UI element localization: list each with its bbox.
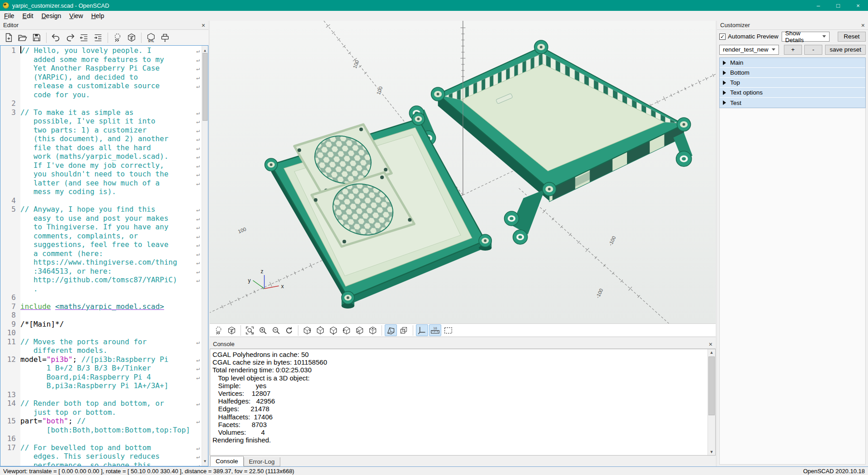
view-left-button[interactable] xyxy=(340,324,353,336)
code-row[interactable]: different models. xyxy=(0,346,202,355)
code-row[interactable]: 8 xyxy=(0,311,202,320)
editor-header[interactable]: Editor × xyxy=(0,21,208,30)
group-text-options[interactable]: Text options xyxy=(720,88,865,98)
code-row[interactable]: B,pi3a:Raspberry Pi 1A+/3A+] xyxy=(0,381,202,390)
code-row[interactable]: 2 xyxy=(0,99,202,108)
titlebar[interactable]: yarpic_customizer.scad - OpenSCAD – □ × xyxy=(0,0,868,11)
scroll-down-icon[interactable]: ▼ xyxy=(708,450,715,454)
preview-button[interactable] xyxy=(212,324,225,336)
code-row[interactable]: comments, complaints, or↵ xyxy=(0,232,202,241)
code-row[interactable]: 1 B+/2 B/3 B/3 B+/Tinker↵ xyxy=(0,364,202,373)
code-row[interactable]: performance, so change this↵ xyxy=(0,461,202,467)
tab-console[interactable]: Console xyxy=(210,456,244,466)
remove-preset-button[interactable]: - xyxy=(804,45,822,55)
preview-button[interactable] xyxy=(111,31,124,44)
scroll-down-icon[interactable]: ▼ xyxy=(202,457,208,466)
view-right-button[interactable] xyxy=(301,324,313,336)
group-bottom[interactable]: Bottom xyxy=(720,68,865,78)
code-row[interactable]: 11// Moves the ports around for↵ xyxy=(0,337,202,347)
code-row[interactable]: 3// To make it as simple as↵ xyxy=(0,108,202,117)
expand-triangle-icon[interactable] xyxy=(723,71,726,75)
customizer-close-icon[interactable]: × xyxy=(861,22,865,28)
code-row[interactable]: possible, I've split it into↵ xyxy=(0,117,202,126)
code-row[interactable]: release a customizable source↵ xyxy=(0,81,202,90)
code-editor[interactable]: 1// Hello, you lovely people. I↵ added s… xyxy=(0,45,208,466)
editor-scroll-thumb[interactable] xyxy=(203,53,208,121)
render-button[interactable] xyxy=(125,31,138,44)
expand-triangle-icon[interactable] xyxy=(723,100,726,105)
view-front-button[interactable] xyxy=(354,324,366,336)
code-row[interactable]: :3464513, or here:↵ xyxy=(0,267,202,276)
new-file-button[interactable] xyxy=(2,31,15,44)
close-button[interactable]: × xyxy=(848,0,868,11)
menu-view[interactable]: View xyxy=(65,11,87,21)
code-row[interactable]: just top or bottom. xyxy=(0,408,202,417)
code-row[interactable]: mess my coding is). xyxy=(0,187,202,196)
customizer-header[interactable]: Customizer × xyxy=(717,21,868,30)
menu-file[interactable]: File xyxy=(0,11,19,21)
model-bottom-plate[interactable] xyxy=(265,106,492,309)
view-all-button[interactable] xyxy=(442,324,454,336)
code-row[interactable]: 5// Anyway, I hope you find this↵ xyxy=(0,205,202,214)
3d-viewport[interactable]: 100100100-100-100 z x y xyxy=(210,21,716,323)
save-file-button[interactable] xyxy=(30,31,43,44)
expand-triangle-icon[interactable] xyxy=(723,90,726,95)
minimize-button[interactable]: – xyxy=(808,0,828,11)
automatic-preview-checkbox[interactable]: ✓ xyxy=(719,33,726,40)
code-row[interactable]: a comment (here:↵ xyxy=(0,249,202,258)
code-row[interactable]: 1// Hello, you lovely people. I↵ xyxy=(0,46,202,55)
code-row[interactable]: 13 xyxy=(0,390,202,399)
code-row[interactable]: (this document), and 2) another↵ xyxy=(0,134,202,143)
tab-error-log[interactable]: Error-Log xyxy=(244,457,280,466)
code-row[interactable]: added some more features to my↵ xyxy=(0,55,202,64)
code-row[interactable]: easy to use and post your makes↵ xyxy=(0,214,202,223)
console-output[interactable]: CGAL Polyhedrons in cache: 50CGAL cache … xyxy=(210,349,716,456)
export-stl-button[interactable]: STL xyxy=(145,31,157,44)
perspective-button[interactable] xyxy=(385,324,397,336)
save-preset-button[interactable]: save preset xyxy=(825,45,866,55)
zoom-all-button[interactable] xyxy=(244,324,256,336)
code-row[interactable]: 12model="pi3b"; //[pi3b:Raspberry Pi↵ xyxy=(0,355,202,364)
code-row[interactable]: Board,pi4:Raspberry Pi 4↵ xyxy=(0,373,202,382)
maximize-button[interactable]: □ xyxy=(828,0,848,11)
code-row[interactable]: If I've done my job correctly,↵ xyxy=(0,161,202,170)
view-top-button[interactable] xyxy=(314,324,326,336)
code-row[interactable]: code for you. xyxy=(0,90,202,100)
menu-help[interactable]: Help xyxy=(87,11,108,21)
undo-button[interactable] xyxy=(50,31,62,44)
code-row[interactable]: two parts: 1) a customizer↵ xyxy=(0,126,202,135)
orthographic-button[interactable] xyxy=(398,324,410,336)
view-bottom-button[interactable] xyxy=(327,324,340,336)
group-test[interactable]: Test xyxy=(720,98,865,108)
group-top[interactable]: Top xyxy=(720,78,865,88)
expand-triangle-icon[interactable] xyxy=(723,81,726,85)
indent-button[interactable] xyxy=(92,31,104,44)
view-back-button[interactable] xyxy=(367,324,379,336)
code-row[interactable]: Yet Another Raspberry Pi Case↵ xyxy=(0,64,202,73)
code-row[interactable]: work (maths/yarpic_model.scad).↵ xyxy=(0,152,202,161)
code-row[interactable]: http://github.com/tomsc87/YARPiC)↵ xyxy=(0,276,202,285)
add-preset-button[interactable]: + xyxy=(784,45,802,55)
code-row[interactable]: 9/*[Main]*/ xyxy=(0,320,202,329)
scroll-up-icon[interactable]: ▲ xyxy=(708,350,715,355)
code-row[interactable]: 7include <maths/yarpic_model.scad> xyxy=(0,302,202,311)
redo-button[interactable] xyxy=(64,31,76,44)
code-row[interactable]: you shouldn't need to touch the↵ xyxy=(0,170,202,179)
console-header[interactable]: Console × xyxy=(210,340,716,349)
zoom-in-button[interactable] xyxy=(257,324,269,336)
console-scrollbar[interactable]: ▲ ▼ xyxy=(708,349,715,455)
code-row[interactable]: 15part="both"; //↵ xyxy=(0,417,202,426)
details-dropdown[interactable]: Show Details xyxy=(782,32,830,42)
console-close-icon[interactable]: × xyxy=(709,341,712,347)
code-row[interactable]: suggestions, feel free to leave↵ xyxy=(0,240,202,249)
code-row[interactable]: 14// Render both top and bottom, or↵ xyxy=(0,399,202,408)
expand-triangle-icon[interactable] xyxy=(723,61,726,65)
zoom-out-button[interactable] xyxy=(270,324,282,336)
editor-scrollbar[interactable]: ▲ ▼ xyxy=(202,46,208,466)
code-row[interactable]: 10 xyxy=(0,328,202,337)
show-axes-button[interactable] xyxy=(416,324,428,336)
preset-dropdown[interactable]: render_test_new xyxy=(719,45,779,55)
code-row[interactable]: 6 xyxy=(0,293,202,302)
print-3d-button[interactable] xyxy=(159,31,171,44)
editor-close-icon[interactable]: × xyxy=(202,22,205,28)
